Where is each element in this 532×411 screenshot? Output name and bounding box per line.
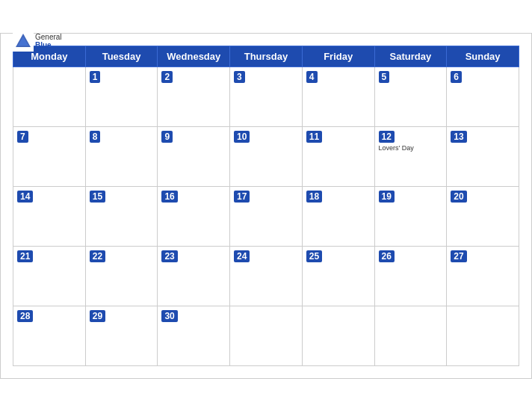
calendar-day-cell: 18 (302, 186, 374, 246)
day-number: 19 (379, 191, 395, 203)
calendar-day-cell: 6 (447, 67, 519, 126)
calendar: General Blue MondayTuesdayWednesdayThurs… (0, 33, 532, 379)
calendar-day-cell (302, 306, 374, 365)
weekday-header: Sunday (447, 46, 519, 67)
day-number: 30 (161, 310, 177, 322)
weekday-header: Saturday (374, 46, 447, 67)
calendar-day-cell: 20 (447, 186, 519, 246)
calendar-day-cell (230, 306, 303, 365)
day-number: 27 (451, 250, 466, 262)
calendar-day-cell: 1 (85, 67, 158, 126)
day-number: 9 (161, 131, 173, 143)
day-number: 6 (451, 71, 462, 83)
day-number: 2 (161, 71, 173, 83)
calendar-day-cell: 4 (302, 67, 374, 126)
calendar-day-cell: 19 (374, 186, 447, 246)
calendar-week-row: 282930 (13, 306, 519, 365)
calendar-day-cell: 23 (158, 246, 230, 306)
calendar-day-cell: 7 (13, 126, 86, 186)
day-number: 3 (234, 71, 245, 83)
weekday-header: Wednesday (158, 46, 230, 67)
calendar-day-cell: 29 (85, 306, 158, 365)
calendar-day-cell: 30 (158, 306, 230, 365)
day-number: 1 (90, 71, 101, 83)
day-number: 25 (306, 250, 322, 262)
calendar-day-cell: 10 (230, 126, 303, 186)
weekday-header: Tuesday (85, 46, 158, 67)
day-number: 21 (17, 250, 33, 262)
weekday-header-row: MondayTuesdayWednesdayThursdayFridaySatu… (13, 46, 519, 67)
logo: General Blue (13, 31, 62, 52)
calendar-day-cell (447, 306, 519, 365)
calendar-week-row: 789101112Lovers' Day13 (13, 126, 519, 186)
day-number: 16 (161, 191, 177, 203)
calendar-day-cell: 9 (158, 126, 230, 186)
calendar-day-cell: 28 (13, 306, 86, 365)
day-number: 10 (234, 131, 250, 143)
calendar-day-cell: 16 (158, 186, 230, 246)
day-number: 4 (306, 71, 318, 83)
calendar-day-cell: 26 (374, 246, 447, 306)
calendar-day-cell: 17 (230, 186, 303, 246)
calendar-day-cell: 8 (85, 126, 158, 186)
calendar-day-cell (13, 67, 86, 126)
day-number: 15 (90, 191, 105, 203)
day-number: 28 (17, 310, 33, 322)
calendar-week-row: 21222324252627 (13, 246, 519, 306)
calendar-table: MondayTuesdayWednesdayThursdayFridaySatu… (13, 46, 519, 366)
calendar-day-cell: 21 (13, 246, 86, 306)
day-number: 18 (306, 191, 322, 203)
calendar-week-row: 123456 (13, 67, 519, 126)
day-number: 12 (379, 131, 395, 143)
calendar-day-cell: 22 (85, 246, 158, 306)
day-number: 17 (234, 191, 250, 203)
weekday-header: Friday (302, 46, 374, 67)
day-number: 5 (379, 71, 390, 83)
calendar-body: 123456789101112Lovers' Day13141516171819… (13, 67, 519, 365)
day-number: 20 (451, 191, 466, 203)
day-number: 23 (161, 250, 177, 262)
calendar-day-cell: 13 (447, 126, 519, 186)
calendar-day-cell: 24 (230, 246, 303, 306)
calendar-week-row: 14151617181920 (13, 186, 519, 246)
day-number: 29 (90, 310, 105, 322)
day-number: 26 (379, 250, 395, 262)
calendar-day-cell: 2 (158, 67, 230, 126)
weekday-header: Thursday (230, 46, 303, 67)
calendar-day-cell: 11 (302, 126, 374, 186)
day-number: 24 (234, 250, 250, 262)
calendar-day-cell: 14 (13, 186, 86, 246)
calendar-day-cell: 15 (85, 186, 158, 246)
calendar-day-cell: 3 (230, 67, 303, 126)
day-number: 13 (451, 131, 466, 143)
calendar-day-cell (374, 306, 447, 365)
day-number: 7 (17, 131, 28, 143)
day-number: 22 (90, 250, 105, 262)
calendar-day-cell: 5 (374, 67, 447, 126)
calendar-day-cell: 25 (302, 246, 374, 306)
day-number: 14 (17, 191, 33, 203)
event-label: Lovers' Day (379, 144, 443, 152)
day-number: 8 (90, 131, 101, 143)
day-number: 11 (306, 131, 322, 143)
calendar-day-cell: 12Lovers' Day (374, 126, 447, 186)
calendar-day-cell: 27 (447, 246, 519, 306)
